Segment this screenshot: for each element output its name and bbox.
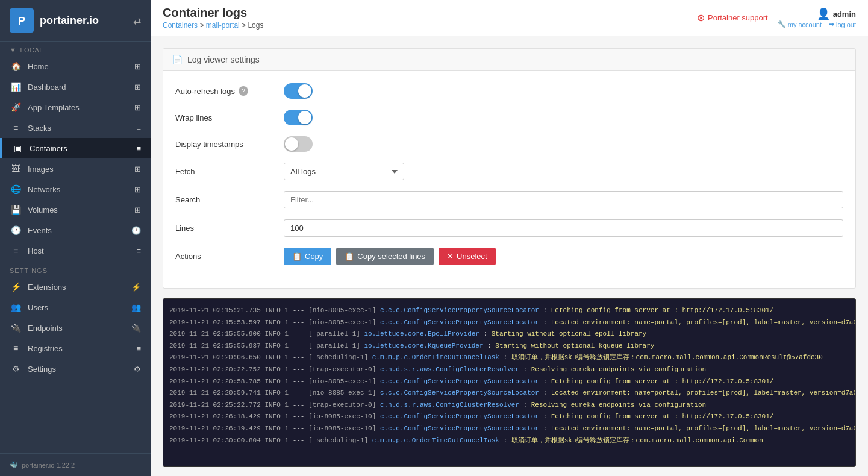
sidebar-item-volumes[interactable]: 💾 Volumes ⊞ xyxy=(0,199,151,220)
sidebar-logo: P portainer.io ⇄ xyxy=(0,0,151,42)
lines-label: Lines xyxy=(175,224,284,233)
volumes-item-icon: ⊞ xyxy=(134,205,141,215)
containers-icon: ▣ xyxy=(11,143,23,153)
admin-name: 👤 admin xyxy=(817,7,856,20)
breadcrumb-sep1: > xyxy=(199,21,205,30)
breadcrumb-container-name-link[interactable]: mall-portal xyxy=(206,21,240,30)
panel-heading: 📄 Log viewer settings xyxy=(163,49,855,71)
wrap-lines-toggle[interactable] xyxy=(284,110,313,125)
log-line[interactable]: 2019-11-21 02:26:18.429 INFO 1 --- [io-8… xyxy=(169,411,849,423)
display-timestamps-track xyxy=(284,136,313,152)
display-timestamps-toggle[interactable] xyxy=(284,136,313,152)
auto-refresh-group: Auto-refresh logs ? xyxy=(175,83,843,99)
networks-icon: 🌐 xyxy=(10,184,22,194)
my-account-link[interactable]: 🔧 my account xyxy=(778,20,822,28)
topbar: Container logs Containers > mall-portal … xyxy=(151,0,868,36)
topbar-left: Container logs Containers > mall-portal … xyxy=(163,6,263,30)
app-templates-icon: 🚀 xyxy=(10,102,22,112)
search-label: Search xyxy=(175,195,284,204)
auto-refresh-toggle[interactable] xyxy=(284,83,313,99)
wrap-lines-track xyxy=(284,110,313,125)
search-input[interactable] xyxy=(284,191,843,208)
log-line[interactable]: 2019-11-21 02:20:58.785 INFO 1 --- [nio-… xyxy=(169,376,849,388)
log-line[interactable]: 2019-11-21 02:20:06.650 INFO 1 --- [ sch… xyxy=(169,352,849,364)
sidebar-item-images[interactable]: 🖼 Images ⊞ xyxy=(0,158,151,179)
sidebar-item-app-templates[interactable]: 🚀 App Templates ⊞ xyxy=(0,97,151,117)
dashboard-icon: 📊 xyxy=(10,82,22,92)
sidebar-item-dashboard[interactable]: 📊 Dashboard ⊞ xyxy=(0,77,151,97)
support-icon: ⊗ xyxy=(697,12,705,23)
search-input-wrap xyxy=(284,191,843,208)
log-line[interactable]: 2019-11-21 02:15:55.900 INFO 1 --- [ par… xyxy=(169,328,849,340)
containers-item-icon: ≡ xyxy=(136,144,141,153)
local-label: ▼ LOCAL xyxy=(0,42,151,56)
settings-section-label: SETTINGS xyxy=(0,261,151,277)
wrap-lines-label: Wrap lines xyxy=(175,113,284,122)
sidebar-item-settings[interactable]: ⚙ Settings ⚙ xyxy=(0,359,151,379)
copy-button[interactable]: 📋 Copy xyxy=(284,248,331,265)
log-line[interactable]: 2019-11-21 02:15:21.735 INFO 1 --- [nio-… xyxy=(169,305,849,317)
topbar-right: ⊗ Portainer support 👤 admin 🔧 my account… xyxy=(697,7,856,28)
sidebar-item-extensions[interactable]: ⚡ Extensions ⚡ xyxy=(0,277,151,297)
fetch-group: Fetch All logs Last 100 lines Last 500 l… xyxy=(175,163,843,180)
log-line[interactable]: 2019-11-21 02:15:53.597 INFO 1 --- [nio-… xyxy=(169,317,849,329)
endpoints-icon: 🔌 xyxy=(10,323,22,333)
auto-refresh-help-icon[interactable]: ? xyxy=(239,86,248,96)
admin-avatar-icon: 👤 xyxy=(817,7,830,20)
fetch-select[interactable]: All logs Last 100 lines Last 500 lines L… xyxy=(284,163,404,180)
auto-refresh-label: Auto-refresh logs ? xyxy=(175,86,284,96)
log-line[interactable]: 2019-11-21 02:15:55.937 INFO 1 --- [ par… xyxy=(169,340,849,352)
users-icon: 👥 xyxy=(10,302,22,312)
transfer-icon[interactable]: ⇄ xyxy=(133,15,141,27)
unselect-button[interactable]: ✕ Unselect xyxy=(439,248,496,265)
svg-text:P: P xyxy=(18,15,25,27)
copy-selected-button[interactable]: 📋 Copy selected lines xyxy=(336,248,434,265)
portainer-logo-icon: P xyxy=(10,8,34,33)
host-icon: ≡ xyxy=(10,246,22,255)
admin-label: admin xyxy=(833,10,856,19)
sidebar-item-home[interactable]: 🏠 Home ⊞ xyxy=(0,56,151,77)
sidebar-footer: 🐳 portainer.io 1.22.2 xyxy=(0,453,151,476)
lines-input[interactable] xyxy=(284,219,843,237)
sidebar-item-containers[interactable]: ▣ Containers ≡ xyxy=(0,138,151,158)
events-icon: 🕐 xyxy=(10,225,22,235)
home-icon: 🏠 xyxy=(10,61,22,71)
log-line[interactable]: 2019-11-21 02:20:59.741 INFO 1 --- [nio-… xyxy=(169,387,849,399)
log-line[interactable]: 2019-11-21 02:25:22.772 INFO 1 --- [trap… xyxy=(169,399,849,412)
sidebar-item-endpoints[interactable]: 🔌 Endpoints 🔌 xyxy=(0,318,151,338)
log-viewer-settings-panel: 📄 Log viewer settings Auto-refresh logs … xyxy=(163,48,856,289)
sidebar-item-events[interactable]: 🕐 Events 🕐 xyxy=(0,220,151,240)
log-out-link[interactable]: ➡ log out xyxy=(829,20,856,28)
fetch-label: Fetch xyxy=(175,167,284,176)
breadcrumb-containers-link[interactable]: Containers xyxy=(163,21,198,30)
stacks-item-icon: ≡ xyxy=(136,124,141,133)
sidebar: P portainer.io ⇄ ▼ LOCAL 🏠 Home ⊞ 📊 Dash… xyxy=(0,0,151,476)
volumes-icon: 💾 xyxy=(10,205,22,215)
host-item-icon: ≡ xyxy=(136,246,141,255)
log-viewer-panel[interactable]: 2019-11-21 02:15:21.735 INFO 1 --- [nio-… xyxy=(163,298,856,467)
sidebar-logo-text: portainer.io xyxy=(40,14,99,27)
display-timestamps-group: Display timestamps xyxy=(175,136,843,152)
extensions-item-icon: ⚡ xyxy=(131,283,141,292)
logout-icon: ➡ xyxy=(829,20,834,28)
wrap-lines-thumb xyxy=(298,111,311,124)
wrap-lines-group: Wrap lines xyxy=(175,110,843,125)
sidebar-item-networks[interactable]: 🌐 Networks ⊞ xyxy=(0,179,151,199)
wrench-icon: 🔧 xyxy=(778,20,786,28)
copy-icon: 📋 xyxy=(292,252,302,261)
sidebar-item-users[interactable]: 👥 Users 👥 xyxy=(0,297,151,318)
sidebar-item-host[interactable]: ≡ Host ≡ xyxy=(0,240,151,261)
log-line[interactable]: 2019-11-21 02:20:22.752 INFO 1 --- [trap… xyxy=(169,364,849,376)
main-content: Container logs Containers > mall-portal … xyxy=(151,0,868,476)
registries-item-icon: ≡ xyxy=(136,344,141,353)
log-line[interactable]: 2019-11-21 02:26:19.429 INFO 1 --- [io-8… xyxy=(169,423,849,435)
unselect-icon: ✕ xyxy=(447,252,454,261)
endpoints-item-icon: 🔌 xyxy=(131,324,141,333)
portainer-support-link[interactable]: ⊗ Portainer support xyxy=(697,12,768,23)
users-item-icon: 👥 xyxy=(131,303,141,312)
log-line[interactable]: 2019-11-21 02:30:00.804 INFO 1 --- [ sch… xyxy=(169,435,849,447)
admin-section: 👤 admin 🔧 my account ➡ log out xyxy=(778,7,856,28)
sidebar-item-registries[interactable]: ≡ Registries ≡ xyxy=(0,338,151,359)
sidebar-item-stacks[interactable]: ≡ Stacks ≡ xyxy=(0,117,151,138)
images-item-icon: ⊞ xyxy=(134,164,141,174)
